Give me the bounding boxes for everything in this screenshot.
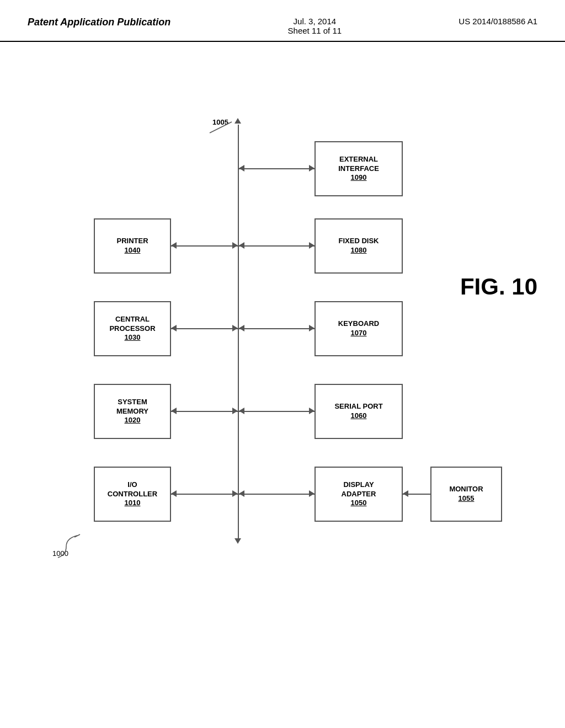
printer-box: PRINTER 1040 bbox=[94, 218, 171, 274]
central-processor-label2: PROCESSOR bbox=[109, 324, 155, 334]
display-adapter-box: DISPLAY ADAPTER 1050 bbox=[315, 467, 403, 522]
central-processor-ref: 1030 bbox=[125, 333, 141, 342]
bus-label-line bbox=[193, 119, 237, 136]
arrowhead-cpu-right bbox=[232, 325, 238, 331]
arrow-bus-to-display bbox=[239, 494, 315, 495]
fixed-disk-ref: 1080 bbox=[351, 246, 367, 255]
arrow-memory-to-bus bbox=[171, 411, 238, 412]
bus-line-vertical bbox=[238, 125, 239, 538]
io-controller-ref: 1010 bbox=[125, 499, 141, 508]
display-adapter-ref: 1050 bbox=[351, 499, 367, 508]
keyboard-ref: 1070 bbox=[351, 329, 367, 338]
arrowhead-io-left bbox=[171, 490, 177, 497]
serial-port-label: SERIAL PORT bbox=[334, 402, 382, 411]
arrow-bus-to-keyboard bbox=[239, 328, 315, 329]
io-controller-box: I/O CONTROLLER 1010 bbox=[94, 467, 171, 522]
header-center: Jul. 3, 2014 Sheet 11 of 11 bbox=[288, 17, 342, 35]
external-interface-label2: INTERFACE bbox=[338, 164, 379, 174]
arrowhead-to-fixed-disk bbox=[309, 242, 315, 249]
external-interface-box: EXTERNAL INTERFACE 1090 bbox=[315, 141, 403, 196]
publication-date: Jul. 3, 2014 bbox=[294, 17, 337, 26]
display-adapter-label2: ADAPTER bbox=[342, 490, 376, 499]
bus-arrow-down bbox=[234, 538, 241, 544]
monitor-box: MONITOR 1055 bbox=[430, 467, 502, 522]
keyboard-box: KEYBOARD 1070 bbox=[315, 301, 403, 356]
arrow-cpu-to-bus bbox=[171, 328, 238, 329]
arrowhead-printer-right bbox=[232, 242, 238, 249]
arrow-bus-to-fixed-disk bbox=[239, 245, 315, 247]
arrowhead-from-display bbox=[239, 490, 244, 497]
central-processor-label1: CENTRAL bbox=[115, 315, 150, 324]
arrowhead-to-ext-interface bbox=[309, 165, 315, 172]
diagram-area: FIG. 10 1005 EXTERNAL INTERFACE 1090 PRI… bbox=[0, 47, 565, 709]
monitor-label: MONITOR bbox=[449, 485, 483, 494]
page-header: Patent Application Publication Jul. 3, 2… bbox=[0, 0, 565, 42]
system-memory-label2: MEMORY bbox=[116, 407, 148, 416]
io-controller-label1: I/O bbox=[127, 480, 137, 490]
printer-label: PRINTER bbox=[116, 237, 148, 246]
diagram-ref-bracket bbox=[55, 533, 88, 566]
serial-port-box: SERIAL PORT 1060 bbox=[315, 384, 403, 439]
external-interface-label1: EXTERNAL bbox=[339, 155, 378, 164]
system-memory-ref: 1020 bbox=[125, 416, 141, 425]
io-controller-label2: CONTROLLER bbox=[108, 490, 157, 499]
arrow-bus-to-ext-interface bbox=[239, 168, 315, 169]
patent-number: US 2014/0188586 A1 bbox=[459, 17, 537, 26]
arrow-io-to-bus bbox=[171, 494, 238, 495]
publication-title: Patent Application Publication bbox=[28, 17, 170, 28]
serial-port-ref: 1060 bbox=[351, 411, 367, 421]
fixed-disk-box: FIXED DISK 1080 bbox=[315, 218, 403, 274]
arrowhead-display-to-monitor bbox=[403, 490, 408, 497]
keyboard-label: KEYBOARD bbox=[338, 319, 379, 329]
arrow-printer-to-bus bbox=[171, 245, 238, 247]
arrowhead-printer-left bbox=[171, 242, 177, 249]
system-memory-label1: SYSTEM bbox=[118, 398, 147, 407]
arrowhead-to-keyboard bbox=[309, 325, 315, 331]
arrowhead-cpu-left bbox=[171, 325, 177, 331]
arrowhead-from-fixed-disk bbox=[239, 242, 244, 249]
arrowhead-to-display bbox=[309, 490, 315, 497]
monitor-ref: 1055 bbox=[459, 494, 475, 504]
arrowhead-from-keyboard bbox=[239, 325, 244, 331]
system-memory-box: SYSTEM MEMORY 1020 bbox=[94, 384, 171, 439]
svg-line-0 bbox=[210, 122, 232, 133]
fixed-disk-label: FIXED DISK bbox=[339, 237, 379, 246]
arrowhead-memory-left bbox=[171, 408, 177, 414]
central-processor-box: CENTRAL PROCESSOR 1030 bbox=[94, 301, 171, 356]
external-interface-ref: 1090 bbox=[351, 173, 367, 183]
figure-label: FIG. 10 bbox=[460, 274, 537, 300]
arrowhead-io-right bbox=[232, 490, 238, 497]
arrow-bus-to-serial-port bbox=[239, 411, 315, 412]
printer-ref: 1040 bbox=[125, 246, 141, 255]
arrowhead-to-serial-port bbox=[309, 408, 315, 414]
sheet-info: Sheet 11 of 11 bbox=[288, 26, 342, 35]
arrowhead-memory-right bbox=[232, 408, 238, 414]
display-adapter-label1: DISPLAY bbox=[343, 480, 374, 490]
arrowhead-from-serial-port bbox=[239, 408, 244, 414]
arrowhead-from-ext-interface bbox=[239, 165, 244, 172]
